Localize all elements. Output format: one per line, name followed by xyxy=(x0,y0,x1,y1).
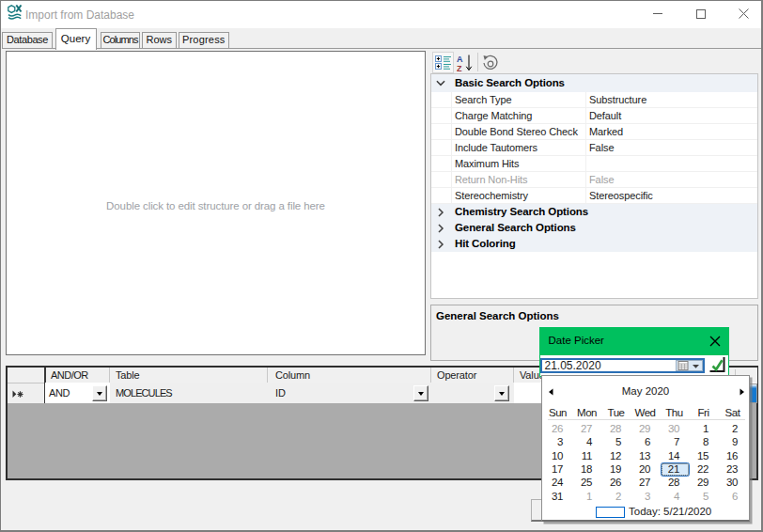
svg-text:Z: Z xyxy=(457,64,462,73)
svg-text:A: A xyxy=(457,55,463,64)
